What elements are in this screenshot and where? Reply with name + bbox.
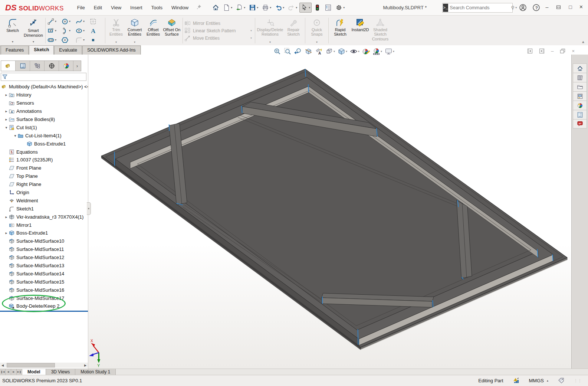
user-account-button[interactable] <box>519 4 527 12</box>
display-style-button[interactable]: ▾ <box>337 47 348 56</box>
tree-item-right-plane[interactable]: Right Plane <box>0 180 88 189</box>
doc-restore-button[interactable] <box>560 48 565 54</box>
rapid-sketch-button[interactable]: Rapid Sketch <box>330 17 350 45</box>
menu-tools[interactable]: Tools <box>148 3 166 12</box>
tree-item-annotations[interactable]: ▸Annotations <box>0 107 88 115</box>
help-button[interactable] <box>532 4 540 12</box>
search-icon[interactable]: ⚲ <box>511 5 515 10</box>
tree-item-sketch1[interactable]: Sketch1 <box>0 205 88 213</box>
corner-rectangle-dropdown-icon[interactable]: ▾ <box>55 29 56 32</box>
sketch-text-button[interactable] <box>89 26 104 35</box>
print-dropdown-icon[interactable]: ▾ <box>270 6 271 9</box>
tree-item-boss-extrude1[interactable]: Boss-Extrude1 <box>0 140 88 148</box>
straight-slot-button[interactable]: ▾ <box>47 35 61 45</box>
select-dropdown-icon[interactable]: ▾ <box>309 6 310 9</box>
ellipse-button[interactable]: ▾ <box>75 26 89 35</box>
menu-window[interactable]: Window <box>168 3 192 12</box>
dynamic-annotation-views-button[interactable] <box>314 47 323 56</box>
view-palette-button[interactable] <box>573 91 587 101</box>
sketch-fillet-button[interactable]: ▾ <box>75 35 89 45</box>
scroll-right-arrow[interactable]: ▶ <box>83 364 88 367</box>
offset-on-surface-button[interactable]: Offset On Surface <box>162 17 181 45</box>
close-button[interactable]: × <box>579 4 583 11</box>
tree-item-mirror1[interactable]: Mirror1 <box>0 221 88 229</box>
graphics-viewport[interactable]: X Y Z <box>88 55 571 369</box>
redo-button[interactable]: ▾ <box>286 3 299 13</box>
search-commands-box[interactable]: >_ ⚲ ▾ <box>442 3 513 13</box>
menu-edit[interactable]: Edit <box>90 3 106 12</box>
maximize-button[interactable]: □ <box>569 4 572 11</box>
selection-filters-button[interactable] <box>312 3 322 13</box>
nav-next-button[interactable]: ▶ <box>11 369 17 375</box>
spline-button[interactable]: ▾ <box>75 17 89 26</box>
section-view-button[interactable] <box>304 47 313 56</box>
nav-previous-button[interactable]: ◀ <box>6 369 11 375</box>
tree-expand-arrow[interactable]: ▸ <box>4 117 9 121</box>
convert-entities-button[interactable]: Convert Entities▾ <box>125 17 144 45</box>
print-button[interactable]: ▾ <box>260 3 273 13</box>
fm-tab-configurationmanager[interactable] <box>30 61 45 71</box>
tree-expand-arrow[interactable]: ▸ <box>4 109 9 113</box>
tree-item-weldment[interactable]: Weldment <box>0 196 88 205</box>
tab-solidworks-add-ins[interactable]: SOLIDWORKS Add-Ins <box>82 46 141 55</box>
nav-first-button[interactable]: ❚◀ <box>0 369 6 375</box>
minimize-button[interactable]: – <box>545 4 548 11</box>
options-button[interactable]: ▾ <box>334 3 346 13</box>
tags-icon[interactable] <box>558 377 564 384</box>
file-properties-button[interactable] <box>323 3 333 13</box>
dropdown-icon[interactable]: ▾ <box>134 40 135 44</box>
line-button[interactable]: ▾ <box>47 17 61 26</box>
tree-horizontal-scrollbar[interactable]: ◀ ▶ <box>0 363 88 368</box>
unit-system-selector[interactable]: MMGS ▴ <box>529 378 548 383</box>
tree-item-surface-midsurface15[interactable]: Surface-MidSurface15 <box>0 278 88 286</box>
tree-item-multibody-default-as-machined-d[interactable]: Multibody (Default<As Machined>) <<D <box>0 83 88 91</box>
ellipse-dropdown-icon[interactable]: ▾ <box>83 29 85 32</box>
view-orientation-button[interactable]: ▾ <box>325 47 336 56</box>
circle-dropdown-icon[interactable]: ▾ <box>69 20 70 23</box>
tree-item-surface-midsurface12[interactable]: Surface-MidSurface12 <box>0 253 88 262</box>
options-dropdown-icon[interactable]: ▾ <box>343 6 345 9</box>
tree-item-surface-midsurface11[interactable]: Surface-MidSurface11 <box>0 245 88 253</box>
fm-tab-displaymanager[interactable] <box>59 61 73 71</box>
undo-dropdown-icon[interactable]: ▾ <box>283 6 284 9</box>
scroll-track[interactable] <box>5 363 83 368</box>
scroll-thumb[interactable] <box>7 363 55 367</box>
tree-item-surface-midsurface13[interactable]: Surface-MidSurface13 <box>0 262 88 270</box>
appearances-scenes-button[interactable] <box>573 101 587 110</box>
home-button[interactable] <box>211 3 221 13</box>
bottom-tab-model[interactable]: Model <box>22 369 46 375</box>
rebuild-warning-icon[interactable] <box>513 377 519 384</box>
rollback-bar[interactable] <box>0 311 88 312</box>
select-button[interactable]: ▾ <box>299 3 312 13</box>
centerpoint-arc-dropdown-icon[interactable]: ▾ <box>69 29 70 32</box>
new-dropdown-icon[interactable]: ▾ <box>231 6 232 9</box>
hide-show-items-button[interactable]: ▾ <box>349 47 360 56</box>
selection-box-button[interactable] <box>89 17 104 26</box>
dropdown-icon[interactable]: ▾ <box>115 40 117 44</box>
menu-insert[interactable]: Insert <box>127 3 146 12</box>
point-button[interactable] <box>89 35 104 45</box>
nav-last-button[interactable]: ▶❚ <box>17 369 22 375</box>
tree-expand-arrow[interactable]: ▸ <box>4 93 9 97</box>
pin-menu-icon[interactable] <box>196 4 202 12</box>
menu-file[interactable]: File <box>73 3 89 12</box>
instant2d-button[interactable]: Instant2D <box>350 17 370 45</box>
tree-item-surface-bodies-8-[interactable]: ▸Surface Bodies(8) <box>0 115 88 124</box>
offset-entities-button[interactable]: Offset Entities <box>144 17 162 45</box>
circle-button[interactable]: ▾ <box>61 17 75 26</box>
tree-item-cut-list-1-[interactable]: ▾Cut list(1) <box>0 123 88 131</box>
tab-sketch[interactable]: Sketch <box>29 45 54 55</box>
bottom-tab-3d-views[interactable]: 3D Views <box>46 369 75 375</box>
tab-evaluate[interactable]: Evaluate <box>54 46 82 55</box>
tree-item-cut-list-item4-1-[interactable]: ▾Cut-List-Item4(1) <box>0 131 88 140</box>
tree-item-top-plane[interactable]: Top Plane <box>0 172 88 180</box>
search-dropdown-icon[interactable]: ▾ <box>515 6 517 9</box>
edit-appearance-button[interactable] <box>361 47 371 56</box>
tree-filter-input[interactable] <box>8 74 86 79</box>
tree-expand-arrow[interactable]: ▾ <box>13 134 18 138</box>
corner-rectangle-button[interactable]: ▾ <box>47 26 61 35</box>
search-scope-icon[interactable]: >_ <box>443 4 448 12</box>
scroll-left-arrow[interactable]: ◀ <box>0 364 5 367</box>
line-dropdown-icon[interactable]: ▾ <box>55 20 56 23</box>
panel-splitter-handle[interactable] <box>87 202 91 215</box>
